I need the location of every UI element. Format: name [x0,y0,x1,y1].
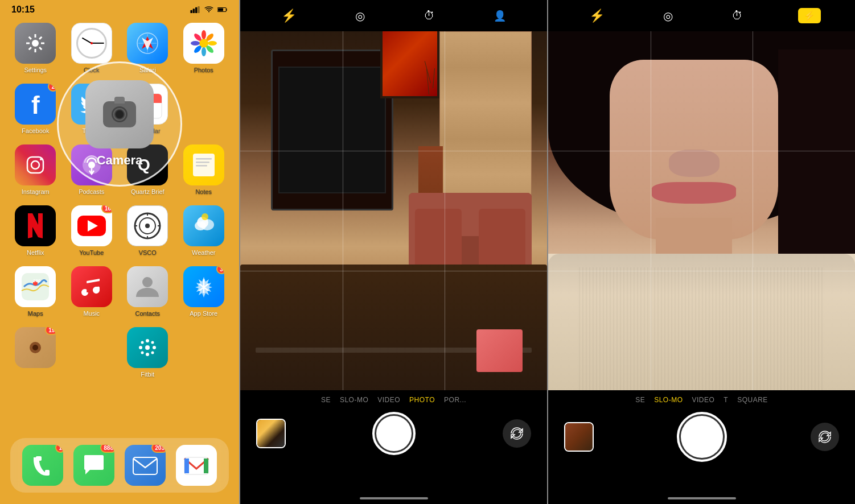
shutter-button[interactable] [372,412,416,455]
svg-point-63 [146,339,149,342]
home-indicator [360,497,428,499]
mode-slomo[interactable]: SLO-MO [340,396,368,404]
camera-front-bottom-bar: SE SLO-MO VIDEO T SQUARE [548,390,855,504]
front-flip-camera-button[interactable] [811,423,839,451]
mode-selector: SE SLO-MO VIDEO PHOTO POR... [321,396,466,404]
svg-rect-5 [218,9,223,11]
mode-se[interactable]: SE [321,396,331,404]
appstore-icon: 3 [183,266,224,307]
front-mode-square[interactable]: SQUARE [737,396,768,404]
camera-spotlight[interactable]: Camera [57,61,182,187]
front-mode-se[interactable]: SE [635,396,645,404]
svg-point-36 [40,158,42,160]
status-bar: 10:15 [0,0,239,17]
svg-point-55 [202,213,208,220]
flash-button[interactable]: ⚡ [281,9,297,23]
app-instagram[interactable]: Instagram [10,144,61,195]
mail-icon: 203 [125,445,166,486]
contacts-icon [127,266,168,307]
app-facebook[interactable]: f 2 Facebook [10,84,61,134]
messages-icon: 888 [73,445,114,486]
camera-viewfinder [240,31,547,390]
mode-video[interactable]: VIDEO [377,396,400,404]
music-icon [71,266,112,307]
app-vsco[interactable]: VSCO [122,205,173,256]
safari-icon [127,23,168,64]
status-time: 10:15 [11,5,35,15]
iphone-home-screen: 10:15 [0,0,239,504]
mode-portrait[interactable]: POR... [444,396,466,404]
facebook-icon: f 2 [15,84,56,125]
app-weather[interactable]: Weather [179,205,229,256]
svg-rect-74 [204,458,208,473]
app-photos[interactable]: Photos [179,23,229,73]
svg-point-68 [151,352,154,354]
svg-line-11 [29,37,31,39]
facebook-label: Facebook [22,127,49,134]
svg-point-75 [521,430,522,431]
app-maps[interactable]: 280 Maps [10,266,61,317]
photos-icon [183,23,224,64]
front-mode-video[interactable]: VIDEO [692,396,714,404]
svg-point-69 [151,341,154,344]
selfie-viewfinder [548,31,855,390]
room-scene [240,31,547,390]
dock-gmail[interactable] [176,445,217,486]
camera-front-panel: ⚡ ⚡ ◎ ⏱ 👤 [547,0,855,504]
front-home-indicator [668,497,736,499]
dock-messages[interactable]: 888 [73,445,114,486]
maps-icon: 280 [15,266,56,307]
signal-icon [190,6,200,13]
app-settings[interactable]: Settings [10,23,61,73]
camera-app-icon [85,80,154,148]
hdr-button[interactable]: 👤 [494,10,506,22]
svg-rect-71 [133,457,157,474]
app-appstore[interactable]: 3 App Store [179,266,229,317]
appstore-badge: 3 [216,266,224,274]
battery-icon [217,6,228,13]
camera-top-bar: ⚡ ◎ ⏱ 👤 [240,0,547,31]
facebook-badge: 2 [48,84,56,92]
photo-thumbnail[interactable] [256,419,286,448]
svg-point-54 [195,221,206,230]
notes-icon [183,144,224,185]
live-photo-button-front[interactable]: ◎ [663,9,673,23]
room-tv [271,49,394,211]
phone-badge: 1 [55,445,63,453]
timer-button-front[interactable]: ⏱ [731,9,743,22]
vsco-label: VSCO [139,249,157,256]
phone-icon: 1 [22,445,63,486]
netflix-icon [15,205,56,246]
app-contacts[interactable]: Contacts [122,266,173,317]
flip-camera-button[interactable] [503,419,531,448]
camera2-icon: 19 [15,327,56,368]
weather-label: Weather [192,249,215,256]
contacts-label: Contacts [135,310,160,317]
thumbnail-image [257,420,285,447]
wifi-icon [204,6,214,13]
flash-button-front[interactable]: ⚡ [589,9,605,23]
timer-button[interactable]: ⏱ [424,9,435,22]
app-camera2[interactable]: 19 [10,327,61,378]
live-photo-button[interactable]: ◎ [355,9,365,23]
app-youtube[interactable]: 16 YouTube [67,205,117,256]
clock-icon [71,23,112,64]
svg-rect-1 [193,9,195,13]
front-photo-thumbnail[interactable] [564,422,594,452]
dock-mail[interactable]: 203 [125,445,166,486]
svg-point-27 [191,41,200,46]
fitbit-icon [127,327,168,368]
app-notes[interactable]: Notes [179,144,229,195]
front-shutter-button[interactable] [677,412,727,462]
neck [656,218,733,254]
front-mode-t[interactable]: T [724,396,728,404]
app-netflix[interactable]: Netflix [10,205,61,256]
youtube-badge: 16 [101,205,112,213]
dock-phone[interactable]: 1 [22,445,63,486]
youtube-label: YouTube [79,249,104,256]
front-mode-slomo[interactable]: SLO-MO [654,396,683,404]
app-fitbit[interactable]: Fitbit [122,327,173,378]
mode-photo[interactable]: PHOTO [409,396,435,404]
app-music[interactable]: Music [67,266,117,317]
camera-body [103,101,136,127]
